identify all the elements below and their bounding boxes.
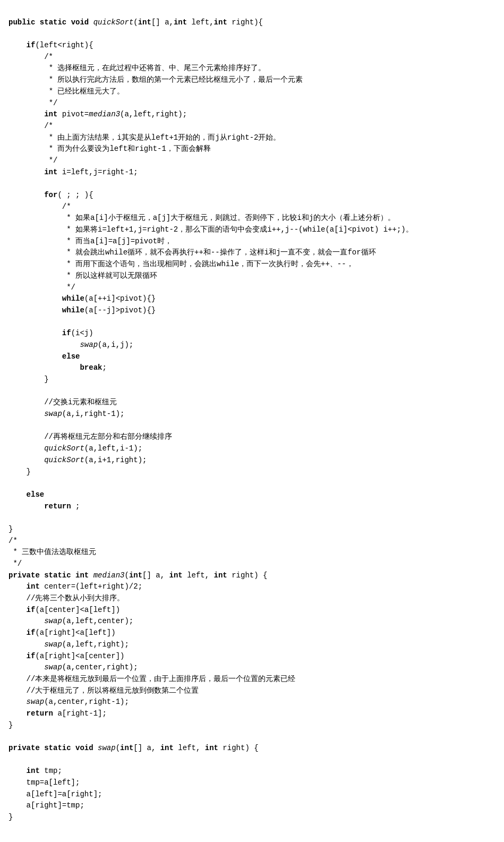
line-67: tmp=a[left]; bbox=[8, 778, 80, 787]
line-28: if(i<j) bbox=[8, 329, 93, 337]
line-46: /* bbox=[8, 537, 18, 545]
line-62: } bbox=[8, 721, 13, 729]
line-9: int pivot=median3(a,left,right); bbox=[8, 110, 187, 118]
line-1: public static void quickSort(int[] a,int… bbox=[8, 18, 263, 27]
line-42: else bbox=[8, 490, 44, 499]
line-34: //交换i元素和枢纽元 bbox=[8, 398, 117, 406]
line-55: swap(a,left,right); bbox=[8, 640, 129, 649]
line-7: * 已经比枢纽元大了。 bbox=[8, 87, 124, 96]
line-20: * 而当a[i]=a[j]=pivot时， bbox=[8, 237, 172, 245]
line-6: * 所以执行完此方法后，数组的第一个元素已经比枢纽元小了，最后一个元素 bbox=[8, 75, 303, 84]
line-18: * 如果a[i]小于枢纽元，a[j]大于枢纽元，则跳过。否则停下，比较i和j的大… bbox=[8, 214, 395, 222]
line-37: //再将枢纽元左部分和右部分继续排序 bbox=[8, 432, 172, 441]
line-11: * 由上面方法结果，i其实是从left+1开始的，而j从right-2开始。 bbox=[8, 133, 280, 142]
line-39: quickSort(a,i+1,right); bbox=[8, 456, 147, 464]
line-17: /* bbox=[8, 202, 71, 211]
line-14: int i=left,j=right-1; bbox=[8, 168, 138, 176]
line-38: quickSort(a,left,i-1); bbox=[8, 444, 142, 453]
line-30: else bbox=[8, 352, 80, 361]
line-43: return ; bbox=[8, 502, 80, 511]
line-68: a[left]=a[right]; bbox=[8, 790, 102, 798]
line-32: } bbox=[8, 375, 49, 384]
line-29: swap(a,i,j); bbox=[8, 341, 133, 349]
line-61: return a[right-1]; bbox=[8, 709, 107, 718]
line-16: for( ; ; ){ bbox=[8, 191, 93, 199]
line-49: private static int median3(int[] a, int … bbox=[8, 571, 267, 580]
line-19: * 如果将i=left+1,j=right-2，那么下面的语句中会变成i++,j… bbox=[8, 225, 413, 234]
line-3: if(left<right){ bbox=[8, 41, 93, 49]
line-21: * 就会跳出while循环，就不会再执行++和--操作了，这样i和j一直不变，就… bbox=[8, 248, 376, 257]
line-48: */ bbox=[8, 559, 22, 568]
line-35: swap(a,i,right-1); bbox=[8, 410, 124, 418]
line-66: int tmp; bbox=[8, 767, 62, 775]
code-container: public static void quickSort(int[] a,int… bbox=[8, 5, 496, 823]
line-22: * 而用下面这个语句，当出现相同时，会跳出while，而下一次执行时，会先++、… bbox=[8, 260, 354, 268]
line-64: private static void swap(int[] a, int le… bbox=[8, 744, 259, 752]
line-50: int center=(left+right)/2; bbox=[8, 582, 142, 591]
line-54: if(a[right]<a[left]) bbox=[8, 628, 116, 637]
line-4: /* bbox=[8, 53, 53, 61]
line-57: swap(a,center,right); bbox=[8, 663, 138, 671]
line-45: } bbox=[8, 525, 13, 533]
line-51: //先将三个数从小到大排序。 bbox=[8, 594, 124, 602]
line-24: */ bbox=[8, 283, 75, 292]
line-26: while(a[--j]>pivot){} bbox=[8, 306, 156, 314]
line-13: */ bbox=[8, 156, 57, 165]
line-70: } bbox=[8, 813, 13, 821]
line-8: */ bbox=[8, 99, 57, 107]
line-5: * 选择枢纽元，在此过程中还将首、中、尾三个元素给排序好了。 bbox=[8, 64, 266, 72]
line-40: } bbox=[8, 467, 31, 476]
line-10: /* bbox=[8, 122, 53, 130]
line-69: a[right]=tmp; bbox=[8, 801, 84, 810]
line-31: break; bbox=[8, 363, 107, 372]
line-53: swap(a,left,center); bbox=[8, 617, 133, 625]
line-47: * 三数中值法选取枢纽元 bbox=[8, 548, 96, 556]
line-12: * 而为什么要设为left和right-1，下面会解释 bbox=[8, 144, 211, 153]
line-56: if(a[right]<a[center]) bbox=[8, 652, 124, 660]
line-25: while(a[++i]<pivot){} bbox=[8, 294, 156, 303]
line-58: //本来是将枢纽元放到最后一个位置，由于上面排序后，最后一个位置的元素已经 bbox=[8, 675, 295, 683]
line-52: if(a[center]<a[left]) bbox=[8, 606, 120, 614]
line-23: * 所以这样就可以无限循环 bbox=[8, 271, 157, 280]
line-59: //大于枢纽元了，所以将枢纽元放到倒数第二个位置 bbox=[8, 686, 199, 695]
line-60: swap(a,center,right-1); bbox=[8, 698, 129, 706]
